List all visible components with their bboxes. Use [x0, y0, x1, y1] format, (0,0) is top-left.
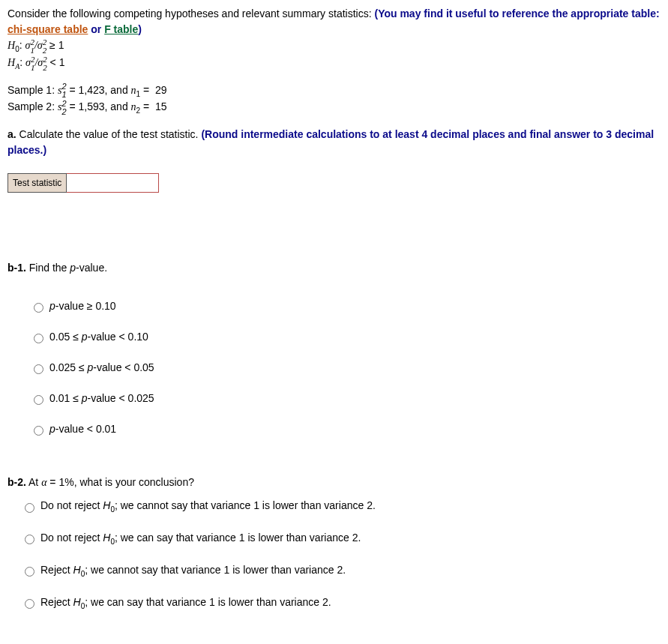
intro-note-prefix: (You may find it useful to reference the…: [374, 7, 659, 19]
s1-eq: =: [67, 84, 79, 96]
s2-eq: =: [67, 100, 79, 112]
part-b2-pre: At: [26, 476, 41, 488]
s1-prefix: Sample 1:: [7, 84, 58, 96]
part-b2-mid: = 1%, what is your conclusion?: [46, 476, 194, 488]
s2-and: , and: [105, 100, 131, 112]
test-statistic-table: Test statistic: [7, 173, 159, 193]
b1-radio-5[interactable]: [34, 426, 43, 436]
b2-radio-1[interactable]: [25, 503, 34, 513]
s1-val: 1,423: [78, 84, 104, 96]
b2-option-2-label: Do not reject H0; we can say that varian…: [40, 530, 361, 547]
b1-radio-2[interactable]: [34, 334, 43, 343]
h0-ratio: σ21/σ22: [25, 40, 46, 51]
b1-option-2[interactable]: 0.05 ≤ p-value < 0.10: [30, 329, 661, 345]
n1-val: 29: [155, 84, 167, 96]
sigma1: σ: [25, 40, 30, 51]
h0-rel: ≥ 1: [46, 39, 64, 51]
b2-option-1[interactable]: Do not reject H0; we cannot say that var…: [21, 498, 661, 515]
b1-option-4-label: 0.01 ≤ p-value < 0.025: [49, 391, 154, 406]
intro-text: Consider the following competing hypothe…: [7, 6, 661, 37]
s2-val: 1,593: [78, 100, 104, 112]
b2-option-4-label: Reject H0; we can say that variance 1 is…: [40, 595, 331, 612]
sigma2a: σ: [37, 57, 43, 68]
b1-opt5-text: -value < 0.01: [55, 423, 116, 435]
b1-option-1[interactable]: p-value ≥ 0.10: [30, 298, 661, 314]
b2-option-3[interactable]: Reject H0; we cannot say that variance 1…: [21, 562, 661, 580]
intro-note-suffix: ): [138, 23, 142, 35]
s1-and: , and: [105, 84, 131, 96]
b1-radio-4[interactable]: [34, 395, 43, 405]
n1-sub: 1: [136, 89, 141, 97]
ha-colon: :: [19, 56, 25, 68]
b1-option-2-label: 0.05 ≤ p-value < 0.10: [49, 329, 148, 345]
b1-option-3-label: 0.025 ≤ p-value < 0.05: [49, 360, 154, 376]
ha-rel: < 1: [47, 56, 65, 68]
n1-sym: n: [131, 85, 136, 96]
intro-or: or: [88, 23, 104, 35]
b1-option-5-label: p-value < 0.01: [49, 421, 116, 437]
n2-sym: n: [131, 101, 136, 112]
sigma1a: σ: [25, 57, 31, 68]
b1-option-1-label: p-value ≥ 0.10: [49, 298, 116, 314]
intro-lead: Consider the following competing hypothe…: [7, 7, 374, 19]
b2-option-3-label: Reject H0; we cannot say that variance 1…: [40, 562, 346, 580]
part-b1-text: Find the: [26, 262, 70, 274]
b2-radio-3[interactable]: [25, 567, 34, 577]
test-statistic-label: Test statistic: [8, 174, 67, 193]
part-b2-prompt: b-2. At α = 1%, what is your conclusion?: [7, 475, 661, 490]
b1-radio-1[interactable]: [34, 303, 43, 313]
b1-radio-3[interactable]: [34, 364, 43, 374]
b2-option-4[interactable]: Reject H0; we can say that variance 1 is…: [21, 595, 661, 612]
n2-val: 15: [155, 100, 167, 112]
h0-sym: H: [7, 40, 15, 51]
b2-option-2[interactable]: Do not reject H0; we can say that varian…: [21, 530, 661, 547]
part-a-label: a.: [7, 128, 16, 140]
ha-ratio: σ21/σ22: [25, 57, 47, 68]
part-b1-prompt: b-1. Find the p-value.: [7, 260, 661, 276]
part-a-text: Calculate the value of the test statisti…: [16, 128, 202, 140]
sample1-line: Sample 1: s21 = 1,423, and n1 = 29: [7, 82, 661, 100]
b1-option-3[interactable]: 0.025 ≤ p-value < 0.05: [30, 360, 661, 376]
ha-sym: H: [7, 57, 15, 68]
b1-option-5[interactable]: p-value < 0.01: [30, 421, 661, 437]
b2-radio-4[interactable]: [25, 599, 34, 609]
test-statistic-input[interactable]: [67, 174, 159, 193]
b2-radio-2[interactable]: [25, 535, 34, 544]
f-table-link[interactable]: F table: [104, 23, 138, 35]
part-b1-text2: -value.: [76, 262, 107, 274]
sigma2: σ: [37, 40, 43, 51]
part-b2-label: b-2.: [7, 476, 26, 488]
s2-prefix: Sample 2:: [7, 100, 58, 112]
sample2-line: Sample 2: s22 = 1,593, and n2 = 15: [7, 99, 661, 116]
n2-sub: 2: [136, 106, 141, 115]
h0-line: H0: σ21/σ22 ≥ 1: [7, 37, 661, 55]
b1-option-4[interactable]: 0.01 ≤ p-value < 0.025: [30, 391, 661, 406]
b1-opt1-text: -value ≥ 0.10: [55, 300, 116, 312]
part-b1-p: p: [70, 262, 76, 274]
chi-square-link[interactable]: chi-square table: [7, 23, 88, 35]
part-b1-label: b-1.: [7, 262, 26, 274]
part-a-prompt: a. Calculate the value of the test stati…: [7, 127, 661, 158]
b2-option-1-label: Do not reject H0; we cannot say that var…: [40, 498, 376, 515]
ha-line: HA: σ21/σ22 < 1: [7, 55, 661, 72]
